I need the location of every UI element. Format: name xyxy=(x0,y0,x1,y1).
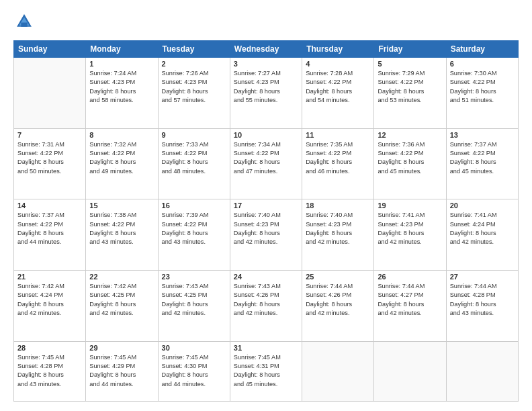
day-number: 24 xyxy=(234,273,298,281)
day-cell: 26Sunrise: 7:44 AM Sunset: 4:27 PM Dayli… xyxy=(374,271,446,342)
weekday-header-tuesday: Tuesday xyxy=(158,41,230,58)
day-number: 29 xyxy=(89,344,154,352)
day-number: 5 xyxy=(378,60,442,68)
day-number: 3 xyxy=(234,60,298,68)
day-cell: 21Sunrise: 7:42 AM Sunset: 4:24 PM Dayli… xyxy=(14,271,86,342)
day-info: Sunrise: 7:45 AM Sunset: 4:28 PM Dayligh… xyxy=(17,353,82,389)
day-cell: 29Sunrise: 7:45 AM Sunset: 4:29 PM Dayli… xyxy=(86,341,158,401)
day-info: Sunrise: 7:44 AM Sunset: 4:28 PM Dayligh… xyxy=(450,282,515,318)
day-number: 28 xyxy=(17,344,82,352)
day-cell: 19Sunrise: 7:41 AM Sunset: 4:23 PM Dayli… xyxy=(374,199,446,271)
day-number: 22 xyxy=(89,273,154,281)
day-info: Sunrise: 7:28 AM Sunset: 4:22 PM Dayligh… xyxy=(306,69,370,105)
day-info: Sunrise: 7:45 AM Sunset: 4:31 PM Dayligh… xyxy=(234,353,298,389)
day-info: Sunrise: 7:40 AM Sunset: 4:23 PM Dayligh… xyxy=(306,211,370,246)
day-info: Sunrise: 7:31 AM Sunset: 4:22 PM Dayligh… xyxy=(17,140,82,176)
calendar-table: SundayMondayTuesdayWednesdayThursdayFrid… xyxy=(13,40,519,402)
day-number: 18 xyxy=(306,201,370,210)
day-cell: 15Sunrise: 7:38 AM Sunset: 4:22 PM Dayli… xyxy=(86,199,158,271)
weekday-header-friday: Friday xyxy=(374,41,446,58)
day-number: 6 xyxy=(450,60,515,68)
day-cell: 11Sunrise: 7:35 AM Sunset: 4:22 PM Dayli… xyxy=(302,128,374,199)
day-number: 11 xyxy=(306,131,370,139)
day-cell xyxy=(14,58,86,129)
day-number: 19 xyxy=(378,201,442,210)
day-number: 2 xyxy=(162,60,226,68)
day-number: 12 xyxy=(378,131,442,139)
page: SundayMondayTuesdayWednesdayThursdayFrid… xyxy=(0,0,532,411)
day-number: 1 xyxy=(89,60,154,68)
day-cell: 18Sunrise: 7:40 AM Sunset: 4:23 PM Dayli… xyxy=(302,199,374,271)
week-row-2: 14Sunrise: 7:37 AM Sunset: 4:22 PM Dayli… xyxy=(14,199,519,271)
day-cell xyxy=(374,341,446,401)
day-info: Sunrise: 7:35 AM Sunset: 4:22 PM Dayligh… xyxy=(306,140,370,176)
header xyxy=(13,12,519,34)
day-number: 31 xyxy=(234,344,298,352)
day-number: 26 xyxy=(378,273,442,281)
day-info: Sunrise: 7:43 AM Sunset: 4:25 PM Dayligh… xyxy=(162,282,226,318)
day-cell: 24Sunrise: 7:43 AM Sunset: 4:26 PM Dayli… xyxy=(230,271,302,342)
day-cell xyxy=(302,341,374,401)
day-number: 16 xyxy=(162,201,226,210)
week-row-1: 7Sunrise: 7:31 AM Sunset: 4:22 PM Daylig… xyxy=(14,128,519,199)
weekday-header-monday: Monday xyxy=(86,41,158,58)
day-number: 14 xyxy=(17,201,82,210)
weekday-header-thursday: Thursday xyxy=(302,41,374,58)
week-row-4: 28Sunrise: 7:45 AM Sunset: 4:28 PM Dayli… xyxy=(14,341,519,401)
day-cell: 14Sunrise: 7:37 AM Sunset: 4:22 PM Dayli… xyxy=(14,199,86,271)
week-row-0: 1Sunrise: 7:24 AM Sunset: 4:23 PM Daylig… xyxy=(14,58,519,129)
day-info: Sunrise: 7:26 AM Sunset: 4:23 PM Dayligh… xyxy=(162,69,226,105)
day-cell: 22Sunrise: 7:42 AM Sunset: 4:25 PM Dayli… xyxy=(86,271,158,342)
day-cell: 10Sunrise: 7:34 AM Sunset: 4:22 PM Dayli… xyxy=(230,128,302,199)
day-info: Sunrise: 7:41 AM Sunset: 4:23 PM Dayligh… xyxy=(378,211,442,246)
weekday-header-saturday: Saturday xyxy=(446,41,518,58)
day-cell: 9Sunrise: 7:33 AM Sunset: 4:22 PM Daylig… xyxy=(158,128,230,199)
day-info: Sunrise: 7:37 AM Sunset: 4:22 PM Dayligh… xyxy=(17,211,82,246)
day-info: Sunrise: 7:30 AM Sunset: 4:22 PM Dayligh… xyxy=(450,69,515,105)
day-info: Sunrise: 7:42 AM Sunset: 4:25 PM Dayligh… xyxy=(89,282,154,318)
day-info: Sunrise: 7:36 AM Sunset: 4:22 PM Dayligh… xyxy=(378,140,442,176)
day-number: 23 xyxy=(162,273,226,281)
day-cell: 4Sunrise: 7:28 AM Sunset: 4:22 PM Daylig… xyxy=(302,58,374,129)
day-cell xyxy=(446,341,518,401)
day-cell: 2Sunrise: 7:26 AM Sunset: 4:23 PM Daylig… xyxy=(158,58,230,129)
day-cell: 7Sunrise: 7:31 AM Sunset: 4:22 PM Daylig… xyxy=(14,128,86,199)
day-cell: 20Sunrise: 7:41 AM Sunset: 4:24 PM Dayli… xyxy=(446,199,518,271)
day-info: Sunrise: 7:44 AM Sunset: 4:26 PM Dayligh… xyxy=(306,282,370,318)
day-info: Sunrise: 7:39 AM Sunset: 4:22 PM Dayligh… xyxy=(162,211,226,246)
day-number: 27 xyxy=(450,273,515,281)
day-number: 21 xyxy=(17,273,82,281)
day-number: 20 xyxy=(450,201,515,210)
day-info: Sunrise: 7:27 AM Sunset: 4:23 PM Dayligh… xyxy=(234,69,298,105)
day-cell: 1Sunrise: 7:24 AM Sunset: 4:23 PM Daylig… xyxy=(86,58,158,129)
weekday-header-row: SundayMondayTuesdayWednesdayThursdayFrid… xyxy=(14,41,519,58)
weekday-header-sunday: Sunday xyxy=(14,41,86,58)
week-row-3: 21Sunrise: 7:42 AM Sunset: 4:24 PM Dayli… xyxy=(14,271,519,342)
day-number: 10 xyxy=(234,131,298,139)
day-info: Sunrise: 7:33 AM Sunset: 4:22 PM Dayligh… xyxy=(162,140,226,176)
day-cell: 3Sunrise: 7:27 AM Sunset: 4:23 PM Daylig… xyxy=(230,58,302,129)
day-number: 7 xyxy=(17,131,82,139)
weekday-header-wednesday: Wednesday xyxy=(230,41,302,58)
day-cell: 12Sunrise: 7:36 AM Sunset: 4:22 PM Dayli… xyxy=(374,128,446,199)
day-info: Sunrise: 7:29 AM Sunset: 4:22 PM Dayligh… xyxy=(378,69,442,105)
day-info: Sunrise: 7:37 AM Sunset: 4:22 PM Dayligh… xyxy=(450,140,515,176)
day-info: Sunrise: 7:32 AM Sunset: 4:22 PM Dayligh… xyxy=(89,140,154,176)
day-cell: 27Sunrise: 7:44 AM Sunset: 4:28 PM Dayli… xyxy=(446,271,518,342)
logo xyxy=(13,12,34,34)
day-info: Sunrise: 7:42 AM Sunset: 4:24 PM Dayligh… xyxy=(17,282,82,318)
day-cell: 16Sunrise: 7:39 AM Sunset: 4:22 PM Dayli… xyxy=(158,199,230,271)
day-cell: 13Sunrise: 7:37 AM Sunset: 4:22 PM Dayli… xyxy=(446,128,518,199)
day-cell: 17Sunrise: 7:40 AM Sunset: 4:23 PM Dayli… xyxy=(230,199,302,271)
day-number: 17 xyxy=(234,201,298,210)
day-number: 9 xyxy=(162,131,226,139)
day-number: 4 xyxy=(306,60,370,68)
day-cell: 25Sunrise: 7:44 AM Sunset: 4:26 PM Dayli… xyxy=(302,271,374,342)
day-cell: 23Sunrise: 7:43 AM Sunset: 4:25 PM Dayli… xyxy=(158,271,230,342)
day-info: Sunrise: 7:44 AM Sunset: 4:27 PM Dayligh… xyxy=(378,282,442,318)
day-info: Sunrise: 7:41 AM Sunset: 4:24 PM Dayligh… xyxy=(450,211,515,246)
day-info: Sunrise: 7:34 AM Sunset: 4:22 PM Dayligh… xyxy=(234,140,298,176)
day-info: Sunrise: 7:38 AM Sunset: 4:22 PM Dayligh… xyxy=(89,211,154,246)
day-info: Sunrise: 7:24 AM Sunset: 4:23 PM Dayligh… xyxy=(89,69,154,105)
svg-rect-2 xyxy=(21,23,27,27)
